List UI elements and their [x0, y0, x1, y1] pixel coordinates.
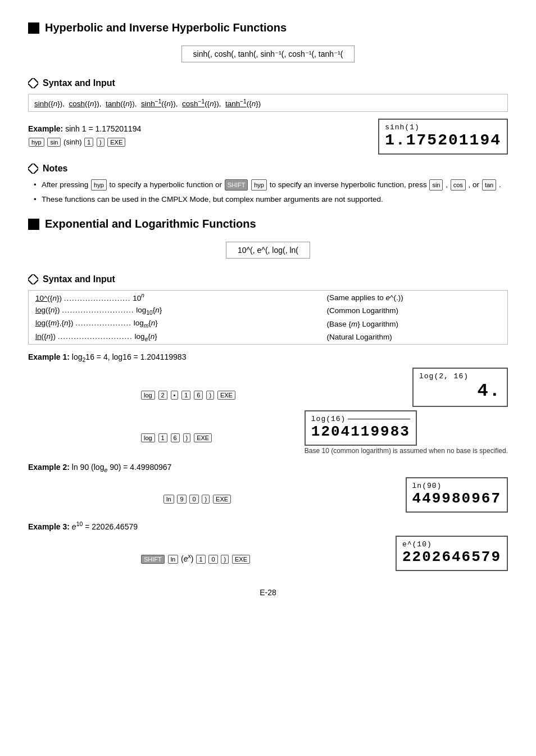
key-hyp: hyp — [29, 138, 44, 147]
sinh-calc-display: sinh(1) 1.175201194 — [378, 119, 508, 155]
display1a-result: 4. — [419, 381, 501, 401]
example3-keys-left: SHIFT ln (ex) 1 0 ) EXE — [28, 536, 396, 564]
key-6-e1: 6 — [194, 391, 203, 400]
key-tan-note: tan — [482, 179, 496, 191]
subsection-syntax-1: Syntax and Input — [28, 78, 508, 88]
hyperbolic-syntax-box: sinh(, cosh(, tanh(, sinh⁻¹(, cosh⁻¹(, t… — [181, 46, 355, 62]
display1b-top: log(16) — [311, 415, 346, 423]
black-square-icon — [28, 22, 39, 34]
key-1-sinh: 1 — [84, 138, 93, 147]
key-rparen-e1b: ) — [183, 433, 191, 442]
key-exe-e2: EXE — [213, 495, 231, 504]
key-hyp-note2: hyp — [251, 179, 267, 191]
key-1-e1: 1 — [181, 391, 190, 400]
subsection-notes-1: Notes — [28, 164, 508, 174]
sinh-display-top: sinh(1) — [385, 123, 501, 132]
display1a: log(2, 16) 4. — [412, 368, 508, 407]
key-cos-note: cos — [451, 179, 466, 191]
display2-result: 449980967 — [412, 490, 501, 507]
key-1-e3: 1 — [196, 555, 205, 564]
black-square-icon-2 — [28, 219, 39, 230]
note-1: After pressing hyp to specify a hyperbol… — [34, 179, 508, 191]
example2-keys-left: ln 9 0 ) EXE — [28, 477, 406, 504]
key-dot-e1: • — [171, 391, 179, 400]
subsection-syntax-2: Syntax and Input — [28, 274, 508, 284]
key-rparen-e1: ) — [206, 391, 214, 400]
display1b-line — [348, 419, 410, 419]
key-exe-e1: EXE — [217, 391, 235, 400]
example1-keys-left2: log 1 6 ) EXE — [28, 410, 305, 442]
sinh-example-left: Example: sinh 1 = 1.175201194 hyp sin (s… — [28, 119, 367, 147]
display1a-top: log(2, 16) — [419, 372, 501, 381]
example1-row2: log 1 6 ) EXE log(16) 1204119983 Base 10… — [28, 410, 508, 455]
example1-display1: log(2, 16) 4. — [412, 368, 508, 407]
sinh-example-row: Example: sinh 1 = 1.175201194 hyp sin (s… — [28, 119, 508, 155]
key-shift-e3: SHIFT — [141, 555, 165, 564]
key-9-e2: 9 — [177, 495, 186, 504]
example1-keys-left: log 2 • 1 6 ) EXE — [28, 368, 412, 400]
svg-rect-1 — [28, 164, 38, 174]
example3-keys: SHIFT ln (ex) 1 0 ) EXE — [140, 553, 396, 564]
section1-title: Hyperbolic and Inverse Hyperbolic Functi… — [28, 21, 508, 34]
example1-keys1: log 2 • 1 6 ) EXE — [140, 390, 412, 400]
table-row: 10^({n}) ......................... 10n (… — [29, 291, 508, 304]
key-exe-sinh: EXE — [107, 138, 125, 147]
key-exe-e1b: EXE — [194, 433, 212, 442]
key-shift-note: SHIFT — [225, 179, 248, 191]
example2-display: ln(90) 449980967 — [406, 477, 508, 513]
page-number: E-28 — [28, 588, 508, 597]
example3-section: Example 3: e10 = 22026.46579 SHIFT ln (e… — [28, 520, 508, 571]
example3-label: Example 3: e10 = 22026.46579 — [28, 520, 508, 531]
key-log-2: log — [141, 433, 155, 442]
key-ln-e3: ln — [168, 555, 179, 564]
key-ln-e2: ln — [163, 495, 174, 504]
exp-syntax-box: 10^(, e^(, log(, ln( — [226, 242, 310, 259]
diamond-icon-1 — [28, 78, 38, 88]
log-syntax-table: 10^({n}) ......................... 10n (… — [28, 290, 508, 345]
table-row: log({m},{n}) ..................... logm{… — [29, 317, 508, 331]
note-2: These functions can be used in the CMPLX… — [34, 194, 508, 205]
diamond-icon-3 — [28, 274, 38, 284]
diamond-icon-2 — [28, 164, 38, 174]
key-rparen-e3: ) — [221, 555, 229, 564]
key-hyp-note: hyp — [91, 179, 107, 191]
key-sin-note: sin — [429, 179, 443, 191]
hyperbolic-syntax-row: sinh({n}), cosh({n}), tanh({n}), sinh−1(… — [28, 94, 508, 112]
display3-top: e^(10) — [402, 540, 501, 549]
table-row: ln({n}) ............................ log… — [29, 331, 508, 344]
sinh-example-keys: hyp sin (sinh) 1 ) EXE — [28, 138, 367, 147]
display3-result: 2202646579 — [402, 549, 501, 565]
example3-row: SHIFT ln (ex) 1 0 ) EXE e^(10) 220264657… — [28, 536, 508, 571]
hyperbolic-syntax-box-wrapper: sinh(, cosh(, tanh(, sinh⁻¹(, cosh⁻¹(, t… — [28, 41, 508, 70]
example1-section: Example 1: log216 = 4, log16 = 1.2041199… — [28, 352, 508, 455]
display3: e^(10) 2202646579 — [396, 536, 508, 571]
sinh-display: sinh(1) 1.175201194 — [378, 119, 508, 155]
key-rparen-e2: ) — [202, 495, 210, 504]
exp-syntax-box-wrapper: 10^(, e^(, log(, ln( — [28, 237, 508, 266]
sinh-example-label: Example: sinh 1 = 1.175201194 — [28, 124, 367, 133]
key-0-e2: 0 — [189, 495, 198, 504]
example3-display: e^(10) 2202646579 — [396, 536, 508, 571]
example2-label: Example 2: ln 90 (loge 90) = 4.49980967 — [28, 463, 508, 473]
sinh-display-result: 1.175201194 — [385, 132, 501, 149]
display1b-result: 1204119983 — [311, 423, 410, 440]
table-row: log({n}) ........................... log… — [29, 304, 508, 318]
key-2-e1: 2 — [158, 391, 167, 400]
example2-keys: ln 9 0 ) EXE — [163, 494, 406, 504]
key-rparen-sinh: ) — [97, 138, 105, 147]
key-log-1: log — [141, 391, 155, 400]
display2: ln(90) 449980967 — [406, 477, 508, 513]
example1-keys2: log 1 6 ) EXE — [140, 433, 305, 442]
display2-top: ln(90) — [412, 482, 501, 490]
display1b-top-row: log(16) — [311, 415, 410, 423]
svg-rect-0 — [28, 78, 38, 88]
example1-row1: log 2 • 1 6 ) EXE log(2, 16) 4. — [28, 368, 508, 407]
key-1-e1b: 1 — [158, 433, 167, 442]
example1-label: Example 1: log216 = 4, log16 = 1.2041199… — [28, 352, 508, 363]
key-0-e3: 0 — [208, 555, 217, 564]
example2-row: ln 9 0 ) EXE ln(90) 449980967 — [28, 477, 508, 513]
example1-display2: log(16) 1204119983 Base 10 (common logar… — [305, 410, 508, 455]
notes-list: After pressing hyp to specify a hyperbol… — [34, 179, 508, 206]
display1b: log(16) 1204119983 — [305, 410, 417, 446]
key-sin: sin — [47, 138, 61, 147]
